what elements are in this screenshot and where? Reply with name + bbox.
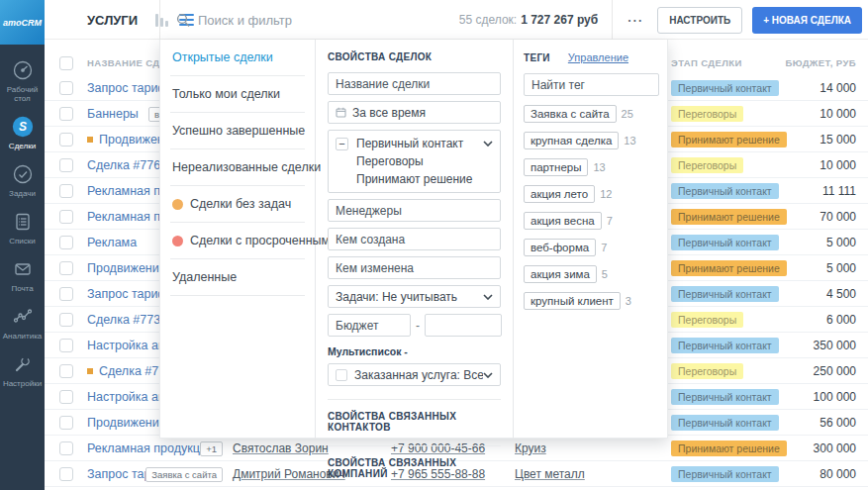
row-checkbox[interactable] [59,441,73,455]
stage-badge[interactable]: Принимают решение [671,132,787,147]
row-checkbox[interactable] [59,107,73,121]
tag-chip[interactable]: партнеры [524,158,588,176]
new-deal-button[interactable]: + НОВАЯ СДЕЛКА [752,7,862,34]
deal-tag-chip[interactable]: Заявка с сайта [145,467,223,482]
budget-value: 10 000 [820,107,856,121]
quick-filter-item[interactable]: Сделки с просроченным... [170,223,305,259]
row-checkbox[interactable] [59,236,73,249]
quick-filter-item[interactable]: Успешно завершенные [170,113,305,149]
phone-link[interactable]: +7 900 000-45-66 [391,441,485,455]
amocrm-logo[interactable]: amoCRM [0,0,45,45]
tag-chip[interactable]: акция зима [524,265,597,283]
row-checkbox[interactable] [59,133,73,147]
deal-name-link[interactable]: Продвижение [87,416,166,430]
stage-badge[interactable]: Принимают решение [671,441,787,456]
select-all-checkbox[interactable] [59,56,73,70]
quick-filter-item[interactable]: Только мои сделки [170,76,305,113]
sidebar-item-label: Почта [1,284,45,293]
row-checkbox[interactable] [59,210,73,224]
row-checkbox[interactable] [59,390,73,404]
stage-multiselect[interactable]: −Первичный контактПереговорыПринимают ре… [328,130,501,193]
managers-filter-input[interactable] [328,199,501,222]
sidebar-item-analytics[interactable]: Аналитика [0,305,45,341]
tag-chip[interactable]: крупный клиент [524,292,621,310]
row-checkbox[interactable] [59,364,73,378]
stage-option[interactable]: Переговоры [329,152,500,170]
stage-option[interactable]: −Первичный контакт [329,135,500,152]
configure-button[interactable]: НАСТРОИТЬ [657,7,742,34]
quick-filter-item[interactable]: Сделки без задач [170,186,305,223]
tasks-icon [11,162,35,186]
changed-by-filter-input[interactable] [328,256,501,279]
deal-name-filter-input[interactable] [328,72,501,95]
topbar-actions: 55 сделок: 1 727 267 руб ⋯ НАСТРОИТЬ + Н… [459,0,862,40]
sidebar-item-settings[interactable]: Настройки [0,352,45,388]
stage-badge[interactable]: Первичный контакт [671,389,779,405]
sidebar-item-label: Списки [1,237,45,245]
tag-chip[interactable]: веб-форма [524,239,596,256]
stage-badge[interactable]: Переговоры [671,363,743,379]
linked-companies-section[interactable]: СВОЙСТВА СВЯЗАННЫХ КОМПАНИЙ [328,457,501,479]
deal-name-link[interactable]: Баннеры [87,107,139,121]
sidebar-item-mail[interactable]: Почта [0,257,45,293]
budget-to-input[interactable] [425,314,502,337]
quick-filter-item[interactable]: Удаленные [170,259,305,296]
row-checkbox[interactable] [59,261,73,275]
pipeline-title[interactable]: УСЛУГИ [87,13,138,28]
tag-chip[interactable]: крупная сделка [524,132,619,149]
deal-name-link[interactable]: Реклама [87,236,137,249]
budget-value: 80 000 [820,467,856,481]
column-header-budget: БЮДЖЕТ, РУБ [785,57,856,68]
more-options-button[interactable]: ⋯ [627,11,643,30]
row-checkbox[interactable] [59,416,73,430]
quick-filter-item[interactable]: Нереализованные сделки [170,149,305,186]
quick-filter-label: Только мои сделки [172,87,280,101]
created-by-filter-input[interactable] [328,228,501,250]
stage-badge[interactable]: Первичный контакт [671,235,779,250]
row-checkbox[interactable] [59,287,73,301]
quick-filter-item[interactable]: Открытые сделки [170,40,305,76]
tasks-filter-select[interactable]: Задачи: Не учитывать [328,285,501,308]
calendar-icon [336,107,346,118]
stage-badge[interactable]: Первичный контакт [671,466,779,482]
stage-badge[interactable]: Первичный контакт [671,80,779,96]
tag-search-input[interactable] [524,73,659,96]
stage-badge[interactable]: Переговоры [671,106,743,122]
tag-chip[interactable]: Заявка с сайта [524,105,617,123]
row-checkbox[interactable] [59,467,73,481]
company-link[interactable]: Круиз [515,441,546,455]
tag-chip[interactable]: акция лето [524,185,595,203]
stage-option[interactable]: Принимают решение [329,170,500,188]
sidebar-item-deals[interactable]: SСделки [0,115,45,150]
stage-option-label: Принимают решение [356,172,472,186]
stage-badge[interactable]: Первичный контакт [671,183,779,199]
tags-manage-link[interactable]: Управление [568,51,628,63]
sidebar-item-lists[interactable]: Списки [0,210,45,245]
row-checkbox[interactable] [59,184,73,198]
stage-badge[interactable]: Переговоры [671,312,743,328]
row-checkbox[interactable] [59,81,73,95]
tag-chip[interactable]: акция весна [524,212,602,230]
linked-contacts-section[interactable]: СВОЙСТВА СВЯЗАННЫХ КОНТАКТОВ [328,411,501,433]
stage-badge[interactable]: Первичный контакт [671,286,779,302]
stage-badge[interactable]: Переговоры [671,157,743,173]
tag-count: 25 [622,108,633,120]
sidebar-item-tasks[interactable]: Задачи [0,162,45,198]
multilist-select[interactable]: Заказанная услуга: Все значения [328,363,501,386]
indeterminate-checkbox-icon[interactable]: − [336,138,348,150]
stage-badge[interactable]: Принимают решение [671,260,787,276]
stage-badge[interactable]: Первичный контакт [671,338,779,353]
stage-badge[interactable]: Принимают решение [671,209,787,225]
contact-link[interactable]: Святослав Зорин [233,441,329,455]
budget-from-input[interactable] [328,314,411,337]
divider [328,445,501,446]
sidebar-item-desktop[interactable]: Рабочий стол [0,58,45,103]
company-link[interactable]: Цвет металл [515,467,585,481]
row-checkbox[interactable] [59,339,73,352]
deal-name-link[interactable]: Рекламная продукция [87,441,214,455]
deal-tag-chip[interactable]: +1 [200,441,223,456]
period-filter[interactable]: За все время [328,101,501,124]
row-checkbox[interactable] [59,313,73,327]
stage-badge[interactable]: Первичный контакт [671,415,779,431]
row-checkbox[interactable] [59,158,73,172]
